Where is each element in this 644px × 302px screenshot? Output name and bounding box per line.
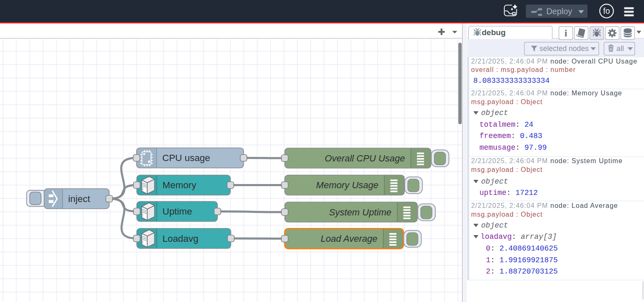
svg-text:Deploy: Deploy xyxy=(547,7,572,16)
svg-text:Memory Usage: Memory Usage xyxy=(316,180,378,190)
svg-text:Load Average: Load Average xyxy=(321,233,378,244)
svg-text:Loadavg: Loadavg xyxy=(163,233,199,244)
svg-text:Overall CPU Usage: Overall CPU Usage xyxy=(325,153,405,164)
svg-text:all: all xyxy=(616,44,624,53)
svg-text:System Uptime: System Uptime xyxy=(329,207,391,218)
svg-text:Memory: Memory xyxy=(163,180,197,190)
svg-text:inject: inject xyxy=(68,194,90,204)
svg-text:CPU usage: CPU usage xyxy=(162,153,210,163)
svg-text:fo: fo xyxy=(603,6,610,15)
svg-text:selected nodes: selected nodes xyxy=(539,44,589,53)
svg-text:Uptime: Uptime xyxy=(163,206,192,217)
svg-text:i: i xyxy=(565,28,567,38)
